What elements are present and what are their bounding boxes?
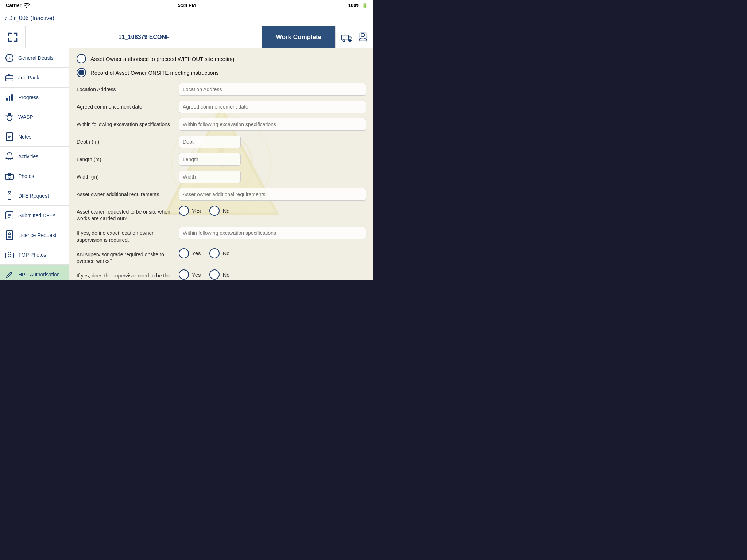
input-wrap-location xyxy=(179,83,366,96)
owner-onsite-yes[interactable]: Yes xyxy=(179,206,201,216)
back-label: Dir_006 (Inactive) xyxy=(8,15,54,22)
sidebar-item-submitted-dfes[interactable]: Submitted DFEs xyxy=(0,206,69,225)
input-location-address[interactable] xyxy=(179,83,366,96)
person-icon[interactable] xyxy=(358,32,368,42)
input-excavation-specs[interactable] xyxy=(179,118,366,131)
same-person-no-circle[interactable] xyxy=(209,269,220,280)
sidebar-label-general-details: General Details xyxy=(18,55,54,61)
svg-rect-12 xyxy=(9,96,10,101)
input-exact-location[interactable] xyxy=(179,227,366,239)
input-asset-owner-reqs[interactable] xyxy=(179,188,366,201)
form-row-agreed-date: Agreed commencement date xyxy=(77,101,366,113)
sidebar-item-wasp[interactable]: WASP xyxy=(0,107,69,127)
supervisor-grade-yes-circle[interactable] xyxy=(179,248,189,258)
sidebar-item-general-details[interactable]: General Details xyxy=(0,48,69,68)
sidebar-label-notes: Notes xyxy=(18,134,32,140)
supervisor-grade-no-circle[interactable] xyxy=(209,248,220,258)
fire-ext-icon xyxy=(4,191,15,201)
input-depth[interactable] xyxy=(179,136,241,148)
label-asset-owner-reqs: Asset owner additional requirements xyxy=(77,188,175,198)
camera-icon xyxy=(4,171,15,181)
sidebar-label-dfe-request: DFE Request xyxy=(18,193,49,199)
content-area: ! Asset Owner authorised to proceed WITH… xyxy=(69,48,374,280)
sidebar-item-tmp-photos[interactable]: TMP Photos xyxy=(0,245,69,265)
sidebar-item-job-pack[interactable]: Job Pack xyxy=(0,68,69,88)
label-owner-onsite: Asset owner requested to be onsite when … xyxy=(77,206,175,222)
input-length[interactable] xyxy=(179,153,241,166)
owner-onsite-yes-circle[interactable] xyxy=(179,206,189,216)
form-row-depth: Depth (m) xyxy=(77,136,366,148)
sidebar-item-activities[interactable]: Activities xyxy=(0,147,69,166)
same-person-yes-circle[interactable] xyxy=(179,269,189,280)
same-person-yes[interactable]: Yes xyxy=(179,269,201,280)
owner-onsite-no-circle[interactable] xyxy=(209,206,220,216)
back-button[interactable]: ‹ Dir_006 (Inactive) xyxy=(4,14,54,22)
supervisor-grade-no-label: No xyxy=(222,250,229,256)
dots-circle-icon xyxy=(4,53,15,63)
svg-point-33 xyxy=(8,233,11,235)
truck-icon[interactable] xyxy=(341,32,352,42)
wifi-icon xyxy=(24,3,30,8)
svg-point-6 xyxy=(8,57,9,58)
svg-line-16 xyxy=(6,115,7,116)
radio-circle-1[interactable] xyxy=(77,54,86,63)
radio-circle-2[interactable] xyxy=(77,68,86,77)
id-badge-icon xyxy=(4,230,15,240)
svg-point-25 xyxy=(8,175,11,178)
radio-option-1[interactable]: Asset Owner authorised to proceed WITHOU… xyxy=(77,54,366,63)
label-agreed-date: Agreed commencement date xyxy=(77,101,175,110)
supervisor-grade-yes[interactable]: Yes xyxy=(179,248,201,258)
same-person-yes-label: Yes xyxy=(192,272,201,278)
sidebar-label-wasp: WASP xyxy=(18,114,33,120)
supervisor-grade-no[interactable]: No xyxy=(209,248,229,258)
label-supervisor-grade: KN supervisor grade required onsite to o… xyxy=(77,248,175,264)
same-person-no-label: No xyxy=(222,272,229,278)
sidebar: General Details Job Pack Progress WASP N xyxy=(0,48,69,280)
form-row-same-person: If yes, does the supervisor need to be t… xyxy=(77,269,366,280)
form-row-supervisor-grade: KN supervisor grade required onsite to o… xyxy=(77,248,366,264)
radio-label-1: Asset Owner authorised to proceed WITHOU… xyxy=(90,56,234,62)
work-complete-tab[interactable]: Work Complete xyxy=(262,26,335,48)
expand-button[interactable] xyxy=(0,26,26,48)
input-width[interactable] xyxy=(179,171,241,183)
sidebar-item-notes[interactable]: Notes xyxy=(0,127,69,147)
svg-point-3 xyxy=(361,33,365,37)
form-section: Location Address Agreed commencement dat… xyxy=(77,83,366,280)
header-title: 11_108379 ECONF xyxy=(26,34,262,40)
supervisor-grade-yes-label: Yes xyxy=(192,250,201,256)
form-row-location: Location Address xyxy=(77,83,366,96)
sidebar-item-hpp-authorisation[interactable]: HPP Authorisation xyxy=(0,265,69,280)
notes-icon xyxy=(4,132,15,142)
input-wrap-asset-owner-reqs xyxy=(179,188,366,201)
sidebar-item-progress[interactable]: Progress xyxy=(0,88,69,107)
sidebar-item-licence-request[interactable]: Licence Request xyxy=(0,225,69,245)
svg-point-38 xyxy=(12,253,13,254)
sidebar-item-photos[interactable]: Photos xyxy=(0,166,69,186)
same-person-no[interactable]: No xyxy=(209,269,229,280)
form-row-asset-owner-reqs: Asset owner additional requirements xyxy=(77,188,366,201)
form-row-owner-onsite: Asset owner requested to be onsite when … xyxy=(77,206,366,222)
pen-icon xyxy=(4,269,15,280)
svg-rect-11 xyxy=(6,98,8,101)
status-bar: Carrier 5:24 PM 100% 🔋 xyxy=(0,0,374,10)
svg-rect-27 xyxy=(8,191,11,193)
svg-point-7 xyxy=(9,57,10,58)
chart-bar-icon xyxy=(4,92,15,102)
status-time: 5:24 PM xyxy=(178,3,196,8)
sidebar-item-dfe-request[interactable]: DFE Request xyxy=(0,186,69,206)
sidebar-label-submitted-dfes: Submitted DFEs xyxy=(18,213,55,218)
label-exact-location: If yes, define exact location owner supe… xyxy=(77,227,175,243)
radio-option-2[interactable]: Record of Asset Owner ONSITE meeting ins… xyxy=(77,68,366,77)
svg-rect-28 xyxy=(6,212,13,219)
back-chevron-icon: ‹ xyxy=(4,14,7,22)
form-row-length: Length (m) xyxy=(77,153,366,166)
status-right: 100% 🔋 xyxy=(348,3,368,8)
status-left: Carrier xyxy=(6,3,30,8)
label-excavation-specs: Within following excavation specificatio… xyxy=(77,118,175,128)
svg-line-17 xyxy=(12,115,13,116)
form-row-exact-location: If yes, define exact location owner supe… xyxy=(77,227,366,243)
svg-rect-20 xyxy=(6,133,13,141)
owner-onsite-no[interactable]: No xyxy=(209,206,229,216)
sidebar-label-activities: Activities xyxy=(18,153,38,159)
input-agreed-date[interactable] xyxy=(179,101,366,113)
